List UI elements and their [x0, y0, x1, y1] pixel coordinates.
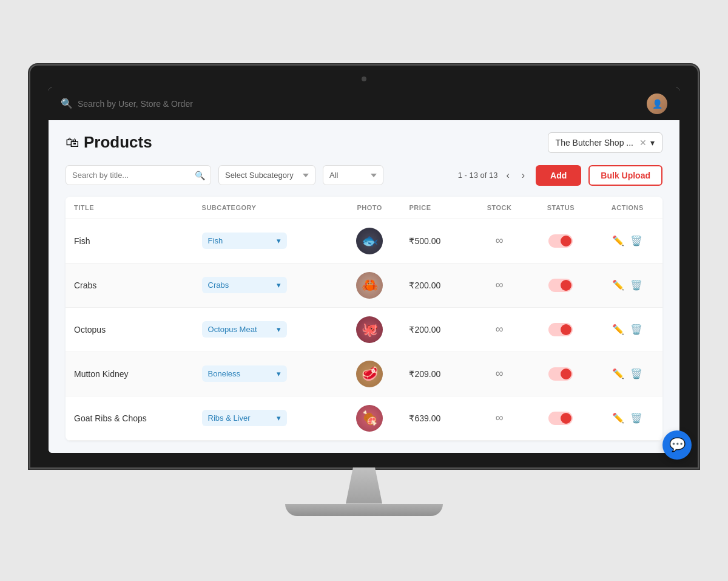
row-title: Mutton Kidney: [66, 352, 194, 396]
row-actions: ✏️ 🗑️: [593, 396, 662, 440]
stock-value: ∞: [496, 234, 504, 246]
search-icon: 🔍: [61, 98, 73, 109]
page-title: Products: [84, 133, 152, 152]
col-header-stock: STOCK: [470, 197, 529, 219]
products-table: TITLE SUBCATEGORY PHOTO PRICE STOCK STAT…: [66, 197, 662, 441]
toggle-knob: [561, 324, 571, 335]
stock-value: ∞: [496, 323, 504, 335]
row-title: Crabs: [66, 263, 194, 307]
product-photo: 🍖: [356, 405, 383, 432]
status-filter[interactable]: All: [323, 165, 383, 185]
delete-icon[interactable]: 🗑️: [630, 368, 642, 379]
subcategory-dropdown[interactable]: Octopus Meat ▾: [202, 321, 287, 338]
topbar-search-area[interactable]: 🔍 Search by User, Store & Order: [61, 98, 193, 109]
pagination-info: 1 - 13 of 13 ‹ ›: [458, 169, 528, 182]
status-toggle[interactable]: [548, 412, 573, 425]
row-price: ₹200.00: [400, 263, 470, 307]
toggle-knob: [561, 236, 571, 246]
row-status[interactable]: [529, 352, 593, 396]
row-photo: 🐙: [339, 307, 401, 352]
chevron-down-icon: ▾: [277, 325, 281, 334]
subcategory-dropdown[interactable]: Boneless ▾: [202, 365, 287, 382]
title-search-icon: 🔍: [195, 171, 205, 180]
col-header-actions: ACTIONS: [593, 197, 662, 219]
table-row: Fish Fish ▾ 🐟 ₹500.00 ∞: [66, 219, 662, 263]
chevron-down-icon: ▾: [277, 413, 281, 423]
col-header-subcategory: SUBCATEGORY: [194, 197, 339, 219]
stock-value: ∞: [496, 279, 504, 291]
title-search-input[interactable]: [66, 165, 211, 185]
edit-icon[interactable]: ✏️: [612, 235, 624, 246]
row-photo: 🦀: [339, 263, 401, 307]
user-avatar[interactable]: 👤: [647, 93, 667, 114]
chevron-down-icon: ▾: [650, 138, 655, 148]
search-placeholder-text: Search by User, Store & Order: [78, 99, 193, 109]
page-header: 🛍 Products The Butcher Shop ... ✕ ▾: [66, 132, 662, 153]
row-actions: ✏️ 🗑️: [593, 307, 662, 352]
delete-icon[interactable]: 🗑️: [630, 279, 642, 291]
row-status[interactable]: [529, 219, 593, 263]
row-actions: ✏️ 🗑️: [593, 352, 662, 396]
subcategory-label: Boneless: [208, 369, 240, 378]
product-photo: 🐙: [356, 316, 383, 343]
edit-icon[interactable]: ✏️: [612, 412, 624, 424]
row-subcategory[interactable]: Crabs ▾: [194, 263, 339, 307]
row-subcategory[interactable]: Ribs & Liver ▾: [194, 396, 339, 440]
bulk-upload-button[interactable]: Bulk Upload: [588, 165, 662, 186]
subcategory-label: Ribs & Liver: [208, 413, 251, 423]
subcategory-label: Octopus Meat: [208, 325, 257, 334]
col-header-photo: PHOTO: [339, 197, 401, 219]
edit-icon[interactable]: ✏️: [612, 279, 624, 291]
product-photo: 🐟: [356, 228, 383, 254]
toggle-knob: [561, 280, 571, 291]
shop-close-icon[interactable]: ✕: [639, 138, 647, 148]
row-subcategory[interactable]: Fish ▾: [194, 219, 339, 263]
col-header-price: PRICE: [400, 197, 470, 219]
col-header-status: STATUS: [529, 197, 593, 219]
stock-value: ∞: [496, 367, 504, 379]
row-price: ₹500.00: [400, 219, 470, 263]
subcategory-filter[interactable]: Select Subcategory: [218, 165, 315, 185]
row-photo: 🥩: [339, 352, 401, 396]
prev-page-button[interactable]: ‹: [502, 169, 513, 182]
row-price: ₹200.00: [400, 307, 470, 352]
row-status[interactable]: [529, 263, 593, 307]
row-subcategory[interactable]: Octopus Meat ▾: [194, 307, 339, 352]
row-photo: 🐟: [339, 219, 401, 263]
row-title: Octopus: [66, 307, 194, 352]
chat-fab-button[interactable]: 💬: [662, 430, 692, 460]
shop-name: The Butcher Shop ...: [556, 138, 633, 148]
row-subcategory[interactable]: Boneless ▾: [194, 352, 339, 396]
subcategory-label: Crabs: [208, 280, 229, 290]
status-toggle[interactable]: [548, 279, 573, 292]
row-photo: 🍖: [339, 396, 401, 440]
status-toggle[interactable]: [548, 234, 573, 248]
shopping-bag-icon: 🛍: [66, 135, 79, 151]
subcategory-dropdown[interactable]: Ribs & Liver ▾: [202, 410, 287, 426]
status-toggle[interactable]: [548, 367, 573, 381]
row-title: Fish: [66, 219, 194, 263]
shop-selector[interactable]: The Butcher Shop ... ✕ ▾: [548, 132, 662, 153]
edit-icon[interactable]: ✏️: [612, 324, 624, 335]
chevron-down-icon: ▾: [277, 280, 281, 290]
table-row: Octopus Octopus Meat ▾ 🐙 ₹200.00 ∞: [66, 307, 662, 352]
delete-icon[interactable]: 🗑️: [630, 324, 642, 335]
next-page-button[interactable]: ›: [518, 169, 528, 182]
monitor-neck: [346, 467, 382, 504]
subcategory-dropdown[interactable]: Crabs ▾: [202, 277, 287, 293]
delete-icon[interactable]: 🗑️: [630, 412, 642, 424]
row-price: ₹209.00: [400, 352, 470, 396]
table-row: Crabs Crabs ▾ 🦀 ₹200.00 ∞: [66, 263, 662, 307]
edit-icon[interactable]: ✏️: [612, 368, 624, 379]
delete-icon[interactable]: 🗑️: [630, 235, 642, 246]
status-toggle[interactable]: [548, 323, 573, 336]
pagination-text: 1 - 13 of 13: [458, 171, 498, 180]
row-status[interactable]: [529, 307, 593, 352]
title-search-wrap: 🔍: [66, 165, 211, 185]
product-photo: 🥩: [356, 361, 383, 387]
add-button[interactable]: Add: [536, 165, 581, 186]
row-status[interactable]: [529, 396, 593, 440]
subcategory-dropdown[interactable]: Fish ▾: [202, 233, 287, 249]
col-header-title: TITLE: [66, 197, 194, 219]
chevron-down-icon: ▾: [277, 236, 281, 245]
